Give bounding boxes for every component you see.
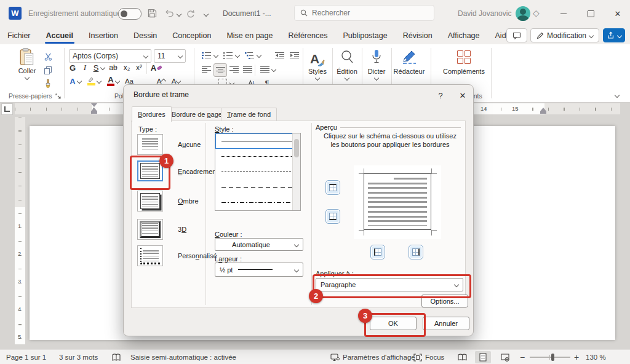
share-button[interactable] — [603, 28, 625, 42]
type-encadrement-label[interactable]: Encadrement — [178, 168, 218, 175]
font-name-combo[interactable]: Aptos (Corps) — [69, 49, 151, 63]
word-logo-icon[interactable]: W — [9, 7, 22, 20]
autocomplete-status[interactable]: Saisie semi-automatique : activée — [130, 350, 236, 364]
type-option-personnalise[interactable] — [137, 245, 163, 266]
copy-button[interactable] — [42, 64, 54, 76]
style-option-solid[interactable] — [215, 133, 300, 149]
top-border-button[interactable] — [325, 180, 340, 195]
preview-diagram[interactable] — [354, 165, 441, 239]
cut-button[interactable] — [42, 50, 54, 63]
tab-dessin[interactable]: Dessin — [134, 31, 157, 40]
edition-button[interactable]: Édition — [331, 48, 363, 86]
save-button[interactable] — [148, 9, 157, 18]
superscript-button[interactable]: x² — [133, 61, 145, 74]
type-option-3d[interactable] — [137, 219, 163, 240]
word-count[interactable]: 3 sur 3 mots — [59, 350, 98, 364]
print-layout-button[interactable] — [475, 351, 491, 363]
dialog-close-button[interactable]: ✕ — [455, 88, 471, 103]
editor-button[interactable]: Rédacteur — [391, 48, 427, 86]
dialog-tab-bordures[interactable]: Bordures — [132, 106, 172, 122]
tab-insertion[interactable]: Insertion — [89, 31, 118, 40]
document-title[interactable]: Document1 -... — [223, 9, 271, 18]
numbering-chevron-icon[interactable] — [235, 53, 240, 58]
type-option-ombre[interactable] — [137, 191, 163, 212]
tab-conception[interactable]: Conception — [172, 31, 211, 40]
bold-button[interactable]: G — [66, 61, 79, 74]
web-layout-button[interactable] — [497, 351, 513, 363]
addins-button[interactable]: Compléments — [441, 48, 487, 86]
tab-publipostage[interactable]: Publipostage — [343, 31, 387, 40]
redo-button[interactable] — [186, 9, 195, 18]
dictate-button[interactable]: Dicter — [361, 48, 393, 86]
line-spacing-button[interactable] — [258, 63, 271, 76]
type-3d-label[interactable]: 3D — [178, 226, 186, 233]
strikethrough-button[interactable]: ab — [107, 61, 119, 74]
align-center-button[interactable] — [213, 63, 227, 77]
increase-indent-button[interactable] — [285, 49, 298, 61]
bottom-border-button[interactable] — [325, 209, 340, 224]
type-ombre-label[interactable]: Ombre — [178, 197, 199, 205]
justify-button[interactable] — [241, 63, 253, 76]
search-box[interactable]: Rechercher — [294, 5, 434, 21]
align-left-button[interactable] — [200, 63, 212, 76]
undo-chevron-icon[interactable] — [177, 12, 181, 17]
indent-marker-right[interactable] — [540, 108, 546, 114]
styles-button[interactable]: A Styles — [301, 48, 333, 86]
dialog-tab-trame-de-fond[interactable]: Trame de fond — [221, 108, 277, 121]
tab-accueil[interactable]: Accueil — [46, 31, 73, 40]
editing-mode-button[interactable]: Modification — [530, 28, 599, 42]
zoom-in-button[interactable]: + — [574, 350, 579, 364]
highlight-button[interactable] — [85, 75, 97, 87]
width-combo[interactable]: ½ pt — [215, 263, 303, 277]
font-size-combo[interactable]: 11 — [154, 49, 186, 63]
subscript-button[interactable]: x₂ — [121, 61, 133, 74]
style-option-dotted[interactable] — [215, 149, 300, 164]
ribbon-collapse-chevron-icon[interactable] — [615, 93, 620, 98]
zoom-level[interactable]: 130 % — [586, 350, 606, 364]
numbering-button[interactable] — [221, 49, 234, 61]
type-option-aucune[interactable] — [137, 134, 163, 155]
avatar[interactable] — [516, 6, 530, 21]
zoom-slider-track[interactable] — [530, 357, 570, 358]
page-indicator[interactable]: Page 1 sur 1 — [6, 350, 46, 364]
type-personnalise-label[interactable]: Personnalisé — [178, 252, 217, 259]
zoom-slider-thumb[interactable] — [551, 354, 554, 361]
indent-marker-left[interactable] — [91, 103, 97, 114]
bullets-chevron-icon[interactable] — [213, 53, 218, 58]
display-settings-button[interactable]: Paramètres d'affichage — [330, 350, 415, 364]
multilevel-chevron-icon[interactable] — [257, 53, 261, 58]
style-scrollbar[interactable] — [292, 133, 300, 210]
style-listbox[interactable] — [215, 133, 301, 211]
style-option-dashed-wide[interactable] — [215, 180, 300, 195]
align-right-button[interactable] — [228, 63, 240, 76]
focus-button[interactable]: Focus — [413, 350, 444, 364]
undo-button[interactable] — [165, 9, 174, 17]
line-spacing-chevron-icon[interactable] — [271, 67, 276, 72]
proofing-button[interactable] — [112, 350, 121, 364]
color-combo[interactable]: Automatique — [215, 238, 303, 251]
minimize-button[interactable] — [551, 1, 576, 26]
right-border-button[interactable] — [409, 245, 423, 259]
clipboard-dialog-launcher[interactable] — [55, 93, 61, 99]
highlight-chevron-icon[interactable] — [97, 79, 102, 84]
format-painter-button[interactable] — [42, 77, 54, 90]
multilevel-list-button[interactable] — [243, 49, 255, 61]
autosave-toggle[interactable] — [118, 8, 142, 20]
comments-button[interactable] — [506, 28, 527, 42]
tab-stop-selector[interactable] — [1, 103, 13, 115]
quick-access-chevron-icon[interactable] — [204, 12, 209, 17]
tab-mise-en-page[interactable]: Mise en page — [226, 31, 273, 40]
style-option-dash-dot[interactable] — [215, 195, 300, 210]
paste-button[interactable]: Coller — [11, 48, 43, 86]
zoom-out-button[interactable]: − — [520, 350, 525, 364]
tab-revision[interactable]: Révision — [403, 31, 433, 40]
close-button[interactable]: ✕ — [605, 1, 630, 26]
style-option-dashed-fine[interactable] — [215, 164, 300, 180]
left-border-button[interactable] — [370, 245, 385, 259]
decrease-indent-button[interactable] — [271, 49, 283, 61]
read-mode-button[interactable] — [454, 351, 470, 363]
dialog-tab-bordure-de-page[interactable]: Bordure de page — [165, 108, 228, 121]
tab-references[interactable]: Références — [288, 31, 327, 40]
style-scrollbar-thumb[interactable] — [294, 139, 299, 157]
tab-fichier[interactable]: Fichier — [7, 31, 31, 40]
